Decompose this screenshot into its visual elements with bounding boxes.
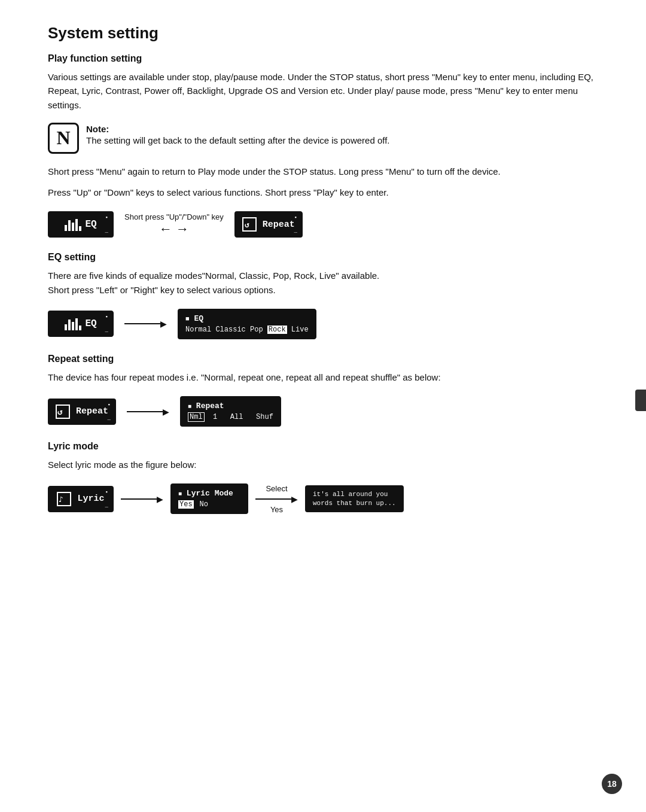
repeat-setting-body: The device has four repeat modes i.e. "N… (48, 370, 598, 384)
note-text-block: Note: The setting will get back to the d… (86, 123, 390, 148)
eq-screen-left: ▪ EQ _ (48, 211, 114, 238)
note-text: The setting will get back to the default… (86, 135, 390, 145)
left-arrow: ← (159, 221, 172, 237)
repeat-arrow (127, 407, 169, 416)
lyric-mode-body: Select lyric mode as the figure below: (48, 458, 598, 472)
lyric-mode-title: Lyric mode (48, 441, 598, 452)
page-title: System setting (48, 24, 598, 42)
repeat-options-top: ■ Repeat (188, 402, 273, 410)
repeat-setting-title: Repeat setting (48, 354, 598, 364)
lyric-label: Lyric (77, 494, 104, 504)
select-label: Select (266, 484, 287, 493)
note-label: Note: (86, 124, 109, 134)
repeat-icon: ↺ (242, 217, 257, 232)
eq-options-bottom: Normal Classic Pop Rock Live (185, 326, 309, 334)
eq-section: EQ setting There are five kinds of equal… (48, 252, 598, 339)
repeat-diagram: ▪ ↺ Repeat _ ■ Repeat (48, 396, 598, 427)
lyric-screen: ▪ ♪ Lyric _ (48, 486, 114, 512)
lyric-icon: ♪ (57, 492, 71, 506)
lyric-mode-options: Yes No (178, 500, 240, 509)
lyric-result-bottom: words that burn up... (313, 500, 396, 507)
eq-label-left: EQ (85, 219, 96, 230)
page-content: System setting Play function setting Var… (0, 0, 646, 576)
lyric-result-screen: it's all around you words that burn up..… (305, 485, 404, 512)
eq-repeat-diagram: ▪ EQ _ Short press "Up"/"Down" key ← → (48, 211, 598, 238)
eq-arrow (124, 319, 167, 329)
lyric-arrow1 (121, 494, 163, 504)
repeat-section: Repeat setting The device has four repea… (48, 354, 598, 427)
repeat-options-screen: ■ Repeat Nml 1 All Shuf (180, 396, 281, 427)
play-function-body2: Short press "Menu" again to return to Pl… (48, 165, 598, 178)
eq-setting-title: EQ setting (48, 252, 598, 263)
eq-bars-icon2 (65, 317, 81, 330)
up-down-arrow: Short press "Up"/"Down" key ← → (124, 212, 224, 237)
repeat-label: Repeat (76, 406, 108, 416)
eq-diagram: ▪ EQ _ (48, 309, 598, 339)
lyric-arrow2 (255, 494, 298, 504)
eq-setting-body: There are five kinds of equalize modes"N… (48, 269, 598, 297)
note-block: N Note: The setting will get back to the… (48, 123, 598, 154)
eq-bars-icon (65, 218, 81, 231)
eq-label: EQ (85, 318, 96, 329)
right-arrow: → (176, 221, 189, 237)
lyric-yes-option: Yes (178, 500, 194, 509)
svg-text:↺: ↺ (245, 220, 249, 229)
lyric-diagram: ▪ ♪ Lyric _ ■ Lyric Mode (48, 483, 598, 514)
repeat-icon2: ↺ (56, 405, 70, 419)
lyric-mode-screen: ■ Lyric Mode Yes No (170, 483, 248, 514)
eq-screen: ▪ EQ _ (48, 311, 114, 337)
note-icon: N (48, 123, 79, 154)
sidebar-tab (635, 390, 646, 411)
svg-text:♪: ♪ (59, 495, 63, 504)
lyric-no-option: No (199, 500, 209, 509)
play-function-body1: Various settings are available under sto… (48, 70, 598, 112)
eq-options-top: ■ EQ (185, 314, 309, 323)
repeat-screen-right: ▪ ↺ Repeat _ (234, 211, 303, 238)
repeat-options-bottom: Nml 1 All Shuf (188, 413, 273, 421)
page-number: 18 (602, 774, 622, 794)
repeat-screen: ▪ ↺ Repeat _ (48, 399, 116, 425)
lyric-mode-top: ■ Lyric Mode (178, 489, 240, 498)
repeat-label-right: Repeat (263, 220, 295, 230)
play-function-body3: Press "Up" or "Down" keys to select vari… (48, 185, 598, 199)
select-yes-label: Select Yes (255, 484, 298, 514)
lyric-section: Lyric mode Select lyric mode as the figu… (48, 441, 598, 514)
eq-options-screen: ■ EQ Normal Classic Pop Rock Live (178, 309, 316, 339)
svg-text:↺: ↺ (57, 407, 63, 416)
play-function-title: Play function setting (48, 53, 598, 64)
lyric-result-top: it's all around you (313, 491, 396, 498)
short-press-label: Short press "Up"/"Down" key (124, 212, 224, 221)
yes-label: Yes (270, 505, 283, 514)
